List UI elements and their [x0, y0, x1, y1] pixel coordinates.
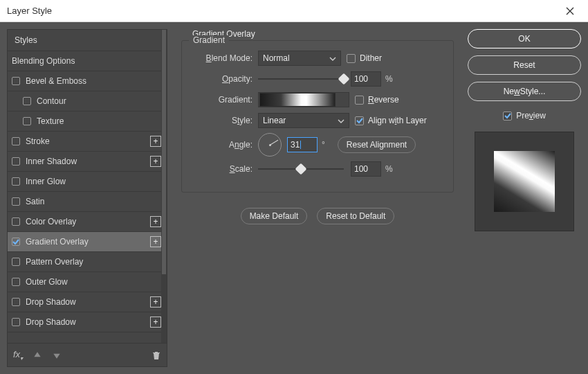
sidebar-scrollbar[interactable] — [161, 30, 167, 343]
sidebar-item-contour[interactable]: Contour — [8, 91, 167, 112]
layer-style-dialog: Layer Style Styles Blending OptionsBevel… — [0, 0, 588, 374]
preview-box — [475, 132, 574, 231]
sidebar-item-drop-shadow[interactable]: Drop Shadow+ — [8, 312, 167, 332]
gradient-label: Gradient: — [192, 95, 258, 105]
fieldset-legend: Gradient — [189, 35, 229, 45]
arrow-up-icon[interactable] — [33, 350, 42, 360]
sidebar-item-label: Inner Shadow — [26, 157, 77, 166]
plus-icon[interactable]: + — [150, 136, 161, 147]
angle-unit: ° — [322, 140, 325, 150]
scale-label: Scale: — [192, 164, 258, 174]
fx-icon[interactable]: fx▾ — [13, 349, 23, 362]
plus-icon[interactable]: + — [150, 156, 161, 167]
checkbox-icon[interactable] — [12, 177, 20, 186]
sidebar-item-label: Satin — [26, 197, 44, 206]
checkbox-icon[interactable] — [12, 157, 20, 166]
sidebar-item-bevel-emboss[interactable]: Bevel & Emboss — [8, 71, 167, 91]
align-label: Align with Layer — [368, 116, 427, 125]
sidebar-item-label: Contour — [37, 96, 66, 106]
plus-icon[interactable]: + — [150, 216, 161, 227]
plus-icon[interactable]: + — [150, 317, 161, 328]
checkbox-icon[interactable] — [12, 258, 20, 266]
sidebar-item-label: Drop Shadow — [26, 297, 76, 307]
scale-input[interactable]: 100 — [351, 161, 381, 177]
scale-unit: % — [385, 164, 393, 174]
chevron-down-icon — [342, 95, 348, 105]
action-column: OK Reset New Style... Preview — [468, 29, 581, 367]
sidebar-item-satin[interactable]: Satin — [8, 192, 167, 212]
gradient-fieldset: Gradient Blend Mode: Normal Dither Opaci… — [181, 40, 454, 193]
angle-label: Angle: — [192, 140, 258, 150]
gradient-picker[interactable] — [258, 92, 349, 107]
make-default-button[interactable]: Make Default — [241, 208, 308, 224]
sidebar-item-label: Inner Glow — [26, 177, 66, 186]
trash-icon[interactable] — [151, 350, 161, 360]
dither-checkbox[interactable]: Dither — [347, 53, 382, 63]
sidebar-item-label: Pattern Overlay — [26, 257, 83, 267]
new-style-button[interactable]: New Style... — [468, 82, 581, 101]
checkbox-icon[interactable] — [12, 197, 20, 206]
align-with-layer-checkbox[interactable]: Align with Layer — [355, 116, 427, 125]
checkbox-icon[interactable] — [23, 97, 31, 105]
preview-checkbox[interactable]: Preview — [468, 111, 581, 121]
style-label: Style: — [192, 116, 258, 125]
sidebar-item-label: Texture — [37, 116, 64, 126]
ok-button[interactable]: OK — [468, 29, 581, 48]
reset-button[interactable]: Reset — [468, 55, 581, 75]
angle-dial[interactable] — [258, 133, 282, 157]
reset-alignment-button[interactable]: Reset Alignment — [338, 136, 416, 153]
sidebar-item-label: Color Overlay — [26, 217, 76, 226]
sidebar-footer: fx▾ — [8, 343, 167, 366]
opacity-slider[interactable] — [258, 73, 344, 85]
checkbox-icon[interactable] — [12, 318, 20, 326]
reverse-checkbox[interactable]: Reverse — [355, 95, 399, 105]
style-select[interactable]: Linear — [258, 113, 349, 128]
chevron-down-icon — [329, 53, 336, 63]
arrow-down-icon[interactable] — [52, 350, 62, 360]
sidebar-item-blending-options[interactable]: Blending Options — [8, 51, 167, 71]
checkbox-icon[interactable] — [12, 217, 20, 226]
opacity-unit: % — [385, 74, 393, 84]
plus-icon[interactable]: + — [150, 296, 161, 308]
sidebar-item-pattern-overlay[interactable]: Pattern Overlay — [8, 252, 167, 272]
checkbox-icon[interactable] — [12, 137, 20, 145]
checkbox-icon[interactable] — [23, 117, 31, 125]
sidebar-item-label: Blending Options — [12, 56, 75, 66]
checkbox-icon[interactable] — [12, 238, 20, 246]
sidebar-item-label: Outer Glow — [26, 277, 68, 287]
checkbox-icon[interactable] — [12, 278, 20, 286]
sidebar-item-texture[interactable]: Texture — [8, 112, 167, 132]
preview-thumbnail — [494, 151, 555, 212]
sidebar-item-label: Drop Shadow — [26, 317, 76, 327]
angle-input[interactable]: 31 — [287, 137, 318, 152]
window-title: Layer Style — [7, 6, 559, 16]
blend-mode-select[interactable]: Normal — [258, 51, 341, 66]
sidebar-item-outer-glow[interactable]: Outer Glow — [8, 272, 167, 292]
reverse-label: Reverse — [368, 95, 399, 105]
style-value: Linear — [263, 116, 286, 125]
main-panel: Gradient Overlay Gradient Blend Mode: No… — [177, 29, 458, 367]
checkbox-icon[interactable] — [12, 298, 20, 306]
styles-sidebar: Styles Blending OptionsBevel & EmbossCon… — [7, 29, 167, 367]
gradient-swatch — [259, 93, 336, 107]
scale-slider[interactable] — [258, 163, 344, 175]
sidebar-item-color-overlay[interactable]: Color Overlay+ — [8, 212, 167, 232]
sidebar-item-inner-glow[interactable]: Inner Glow — [8, 172, 167, 192]
sidebar-item-drop-shadow[interactable]: Drop Shadow+ — [8, 292, 167, 312]
panel-title: Gradient Overlay — [192, 29, 458, 39]
sidebar-header[interactable]: Styles — [8, 30, 167, 51]
preview-label: Preview — [516, 111, 546, 121]
opacity-label: Opacity: — [192, 74, 258, 84]
sidebar-item-stroke[interactable]: Stroke+ — [8, 132, 167, 152]
blend-mode-value: Normal — [263, 53, 290, 63]
sidebar-item-gradient-overlay[interactable]: Gradient Overlay+ — [8, 232, 167, 252]
blend-mode-label: Blend Mode: — [192, 53, 258, 63]
plus-icon[interactable]: + — [150, 236, 161, 247]
opacity-input[interactable]: 100 — [351, 71, 381, 87]
sidebar-item-label: Gradient Overlay — [26, 237, 89, 247]
reset-to-default-button[interactable]: Reset to Default — [317, 208, 394, 224]
close-icon[interactable] — [559, 6, 581, 16]
sidebar-item-inner-shadow[interactable]: Inner Shadow+ — [8, 152, 167, 172]
checkbox-icon[interactable] — [12, 77, 20, 85]
titlebar: Layer Style — [0, 0, 588, 22]
